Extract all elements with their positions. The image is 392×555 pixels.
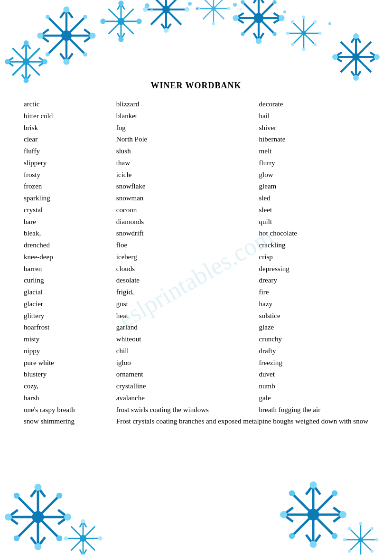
svg-point-87 bbox=[254, 13, 264, 23]
svg-point-131 bbox=[240, 9, 242, 11]
svg-line-82 bbox=[259, 33, 264, 41]
svg-line-8 bbox=[7, 57, 13, 62]
word-item: snowdrift bbox=[116, 227, 259, 239]
svg-line-120 bbox=[370, 57, 377, 62]
word-item: icicle bbox=[116, 169, 259, 181]
word-item: frigid, bbox=[116, 286, 259, 298]
word-item: clouds bbox=[116, 263, 259, 275]
svg-point-72 bbox=[212, 22, 215, 25]
svg-line-81 bbox=[254, 33, 259, 41]
svg-line-143 bbox=[9, 517, 18, 524]
word-item: brisk bbox=[24, 122, 116, 134]
word-item: slush bbox=[116, 145, 259, 157]
word-item: solstice bbox=[259, 310, 368, 322]
svg-point-186 bbox=[332, 490, 338, 497]
svg-point-165 bbox=[81, 554, 85, 555]
svg-point-102 bbox=[302, 48, 306, 51]
svg-line-172 bbox=[306, 485, 313, 495]
svg-line-136 bbox=[17, 496, 59, 538]
word-item: diamonds bbox=[116, 216, 259, 228]
svg-point-197 bbox=[375, 538, 379, 542]
svg-point-94 bbox=[241, 32, 244, 36]
word-item: snowman bbox=[116, 192, 259, 204]
word-item: misty bbox=[24, 333, 116, 345]
svg-line-41 bbox=[108, 9, 133, 34]
svg-point-62 bbox=[143, 7, 148, 12]
svg-line-117 bbox=[335, 52, 342, 57]
svg-line-7 bbox=[26, 75, 30, 81]
word-item: snowflake bbox=[116, 180, 259, 192]
svg-line-2 bbox=[12, 48, 40, 75]
svg-line-4 bbox=[22, 43, 26, 49]
word-item: fire bbox=[259, 286, 368, 298]
svg-point-46 bbox=[117, 18, 124, 25]
svg-line-139 bbox=[38, 488, 45, 497]
page: WINER WORDBANK arcticbitter coldbriskcle… bbox=[0, 0, 392, 555]
svg-point-37 bbox=[83, 52, 87, 56]
svg-line-3 bbox=[12, 48, 40, 75]
svg-line-119 bbox=[370, 52, 377, 57]
svg-line-43 bbox=[121, 3, 125, 9]
svg-point-164 bbox=[81, 519, 85, 524]
word-item: glittery bbox=[24, 310, 116, 322]
word-item: curling bbox=[24, 274, 116, 286]
svg-line-22 bbox=[66, 9, 73, 18]
svg-point-193 bbox=[358, 537, 363, 542]
svg-point-61 bbox=[164, 28, 168, 33]
svg-point-200 bbox=[348, 549, 351, 553]
svg-point-30 bbox=[63, 6, 69, 12]
svg-line-142 bbox=[9, 510, 18, 517]
svg-point-129 bbox=[196, 8, 198, 10]
svg-point-128 bbox=[188, 2, 192, 6]
svg-point-34 bbox=[46, 15, 50, 19]
svg-point-127 bbox=[150, 9, 153, 12]
word-item: blizzard bbox=[116, 98, 259, 110]
word-item: floe bbox=[116, 239, 259, 251]
svg-point-12 bbox=[23, 58, 29, 65]
svg-point-63 bbox=[185, 7, 189, 12]
svg-point-95 bbox=[272, 32, 276, 36]
svg-point-146 bbox=[32, 511, 44, 523]
svg-point-92 bbox=[241, 0, 244, 4]
svg-line-170 bbox=[292, 493, 335, 536]
word-item: barren bbox=[24, 263, 116, 275]
word-item: pine boughs weighed down with snow bbox=[259, 415, 368, 427]
svg-line-111 bbox=[341, 42, 371, 72]
word-item: blustery bbox=[24, 368, 116, 380]
word-item: nippy bbox=[24, 345, 116, 357]
svg-line-42 bbox=[117, 3, 121, 9]
svg-point-13 bbox=[24, 40, 29, 46]
word-item: freezing bbox=[259, 357, 368, 369]
svg-line-175 bbox=[313, 535, 320, 545]
word-item: sled bbox=[259, 192, 368, 204]
svg-line-9 bbox=[7, 62, 13, 66]
word-item: fluffy bbox=[24, 145, 116, 157]
svg-line-157 bbox=[71, 527, 95, 550]
word-item: blanket bbox=[116, 110, 259, 122]
svg-point-121 bbox=[352, 53, 360, 61]
svg-point-122 bbox=[353, 33, 359, 39]
word-item: numb bbox=[259, 380, 368, 392]
svg-line-160 bbox=[83, 521, 86, 527]
svg-line-19 bbox=[47, 17, 85, 54]
svg-line-23 bbox=[60, 53, 66, 62]
svg-point-181 bbox=[310, 481, 317, 489]
word-item: whiteout bbox=[116, 333, 259, 345]
svg-line-158 bbox=[71, 527, 95, 550]
word-columns: arcticbitter coldbriskclearfluffyslipper… bbox=[9, 98, 383, 427]
word-item: heat bbox=[116, 310, 259, 322]
svg-line-66 bbox=[203, 0, 224, 19]
word-item: hoarfrost bbox=[24, 321, 116, 333]
svg-line-67 bbox=[203, 0, 224, 19]
svg-point-166 bbox=[64, 536, 68, 541]
svg-line-116 bbox=[356, 71, 361, 78]
svg-point-106 bbox=[313, 20, 317, 24]
word-item: hibernate bbox=[259, 133, 368, 145]
svg-point-73 bbox=[197, 7, 200, 10]
svg-line-20 bbox=[47, 17, 85, 54]
svg-point-201 bbox=[370, 549, 373, 553]
svg-point-184 bbox=[339, 511, 346, 518]
svg-line-25 bbox=[40, 29, 49, 36]
column-2: blizzardblanketfogNorth Poleslushthawici… bbox=[116, 98, 259, 427]
word-item: garland bbox=[116, 321, 259, 333]
